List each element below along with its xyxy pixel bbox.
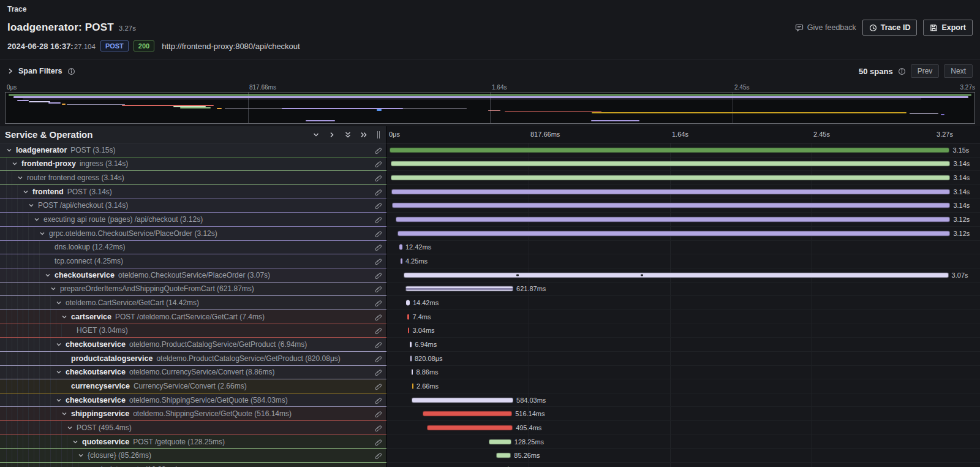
chevron-down-icon[interactable] xyxy=(56,369,62,375)
chevron-down-icon[interactable] xyxy=(23,189,29,195)
span-bar[interactable] xyxy=(423,411,512,417)
span-link-icon[interactable] xyxy=(374,341,382,349)
span-row[interactable]: grpc.oteldemo.CheckoutService/PlaceOrder… xyxy=(0,227,980,241)
span-link-icon[interactable] xyxy=(374,271,382,279)
span-row[interactable]: tcp.connect (4.25ms)4.25ms xyxy=(0,254,980,268)
span-bar[interactable] xyxy=(410,342,412,347)
collapse-one-icon[interactable] xyxy=(312,131,320,139)
column-resize-handle[interactable] xyxy=(376,131,381,139)
span-row[interactable]: calculate-quote (16.33ms)16.33ms xyxy=(0,463,980,467)
span-bar[interactable] xyxy=(392,203,950,208)
span-bar[interactable] xyxy=(496,453,511,458)
chevron-down-icon[interactable] xyxy=(61,314,67,320)
chevron-down-icon[interactable] xyxy=(12,161,18,167)
span-bar[interactable] xyxy=(412,383,413,389)
span-row[interactable]: POST /api/checkout (3.14s)3.14s xyxy=(0,199,980,213)
export-button[interactable]: Export xyxy=(923,20,973,36)
chevron-down-icon[interactable] xyxy=(78,452,84,458)
span-row[interactable]: shippingserviceoteldemo.ShippingService/… xyxy=(0,407,980,421)
span-bar[interactable] xyxy=(410,355,412,361)
span-link-icon[interactable] xyxy=(374,202,382,210)
span-row[interactable]: currencyserviceCurrencyService/Convert (… xyxy=(0,379,980,393)
span-bar[interactable] xyxy=(406,300,410,306)
next-button[interactable]: Next xyxy=(944,64,973,78)
span-bar[interactable] xyxy=(412,370,413,375)
span-link-icon[interactable] xyxy=(374,285,382,293)
span-link-icon[interactable] xyxy=(374,396,382,404)
span-link-icon[interactable] xyxy=(374,354,382,362)
span-link-icon[interactable] xyxy=(374,160,382,168)
chevron-down-icon[interactable] xyxy=(17,175,23,181)
span-row[interactable]: frontendPOST (3.14s)3.14s xyxy=(0,185,980,199)
span-link-icon[interactable] xyxy=(374,368,382,376)
span-bar[interactable] xyxy=(401,259,402,264)
span-link-icon[interactable] xyxy=(374,243,382,251)
span-link-icon[interactable] xyxy=(374,188,382,196)
span-bar[interactable] xyxy=(399,245,402,250)
span-row[interactable]: cartservicePOST /oteldemo.CartService/Ge… xyxy=(0,310,980,324)
span-bar[interactable] xyxy=(398,230,951,236)
span-bar[interactable] xyxy=(391,161,950,167)
span-row[interactable]: HGET (3.04ms)3.04ms xyxy=(0,324,980,338)
span-bar[interactable] xyxy=(396,217,951,222)
span-row[interactable]: checkoutserviceoteldemo.CurrencyService/… xyxy=(0,366,980,380)
span-row[interactable]: prepareOrderItemsAndShippingQuoteFromCar… xyxy=(0,283,980,297)
span-link-icon[interactable] xyxy=(374,438,382,446)
span-row[interactable]: quoteservicePOST /getquote (128.25ms)128… xyxy=(0,435,980,449)
span-bar[interactable] xyxy=(391,175,950,181)
chevron-down-icon[interactable] xyxy=(6,147,12,153)
span-link-icon[interactable] xyxy=(374,452,382,460)
span-bar[interactable] xyxy=(408,328,409,333)
chevron-down-icon[interactable] xyxy=(56,341,62,347)
prev-button[interactable]: Prev xyxy=(911,64,940,78)
span-row[interactable]: checkoutserviceoteldemo.CheckoutService/… xyxy=(0,268,980,283)
span-bar[interactable] xyxy=(391,189,950,194)
span-link-icon[interactable] xyxy=(374,146,382,154)
span-link-icon[interactable] xyxy=(374,174,382,182)
span-row[interactable]: frontend-proxyingress (3.14s)3.14s xyxy=(0,158,980,172)
chevron-down-icon[interactable] xyxy=(45,272,51,278)
chevron-down-icon[interactable] xyxy=(72,439,78,445)
span-bar[interactable] xyxy=(407,314,409,319)
span-row[interactable]: checkoutserviceoteldemo.ShippingService/… xyxy=(0,393,980,408)
span-link-icon[interactable] xyxy=(374,382,382,390)
info-icon[interactable] xyxy=(67,67,75,75)
chevron-down-icon[interactable] xyxy=(28,202,34,208)
span-filters-toggle[interactable]: Span Filters xyxy=(7,67,75,75)
chevron-down-icon[interactable] xyxy=(61,411,67,417)
expand-all-icon[interactable] xyxy=(360,131,368,139)
minimap-canvas[interactable] xyxy=(5,92,975,124)
span-bar[interactable] xyxy=(404,272,949,278)
span-row[interactable]: dns.lookup (12.42ms)12.42ms xyxy=(0,241,980,255)
span-link-icon[interactable] xyxy=(374,257,382,265)
span-link-icon[interactable] xyxy=(374,216,382,224)
chevron-down-icon[interactable] xyxy=(34,216,40,222)
chevron-down-icon[interactable] xyxy=(67,425,73,431)
span-bar[interactable] xyxy=(405,286,513,292)
chevron-down-icon[interactable] xyxy=(50,286,56,292)
chevron-down-icon[interactable] xyxy=(56,300,62,306)
info-icon[interactable] xyxy=(898,67,906,75)
span-row[interactable]: executing api route (pages) /api/checkou… xyxy=(0,213,980,227)
span-link-icon[interactable] xyxy=(374,423,382,431)
trace-minimap[interactable]: 0μs817.66ms1.64s2.45s3.27s xyxy=(0,83,980,124)
chevron-down-icon[interactable] xyxy=(56,397,62,403)
span-row[interactable]: POST (495.4ms)495.4ms xyxy=(0,421,980,435)
span-row[interactable]: router frontend egress (3.14s)3.14s xyxy=(0,171,980,185)
expand-one-icon[interactable] xyxy=(328,131,336,139)
span-bar[interactable] xyxy=(412,397,513,403)
span-link-icon[interactable] xyxy=(374,410,382,418)
chevron-down-icon[interactable] xyxy=(39,230,45,237)
span-bar[interactable] xyxy=(489,439,511,444)
span-row[interactable]: {closure} (85.26ms)85.26ms xyxy=(0,449,980,463)
span-row[interactable]: checkoutserviceoteldemo.ProductCatalogSe… xyxy=(0,338,980,352)
span-link-icon[interactable] xyxy=(374,229,382,237)
span-link-icon[interactable] xyxy=(374,313,382,321)
span-bar[interactable] xyxy=(427,425,513,430)
span-link-icon[interactable] xyxy=(374,327,382,335)
span-row[interactable]: productcatalogserviceoteldemo.ProductCat… xyxy=(0,352,980,366)
collapse-all-icon[interactable] xyxy=(344,131,352,139)
span-row[interactable]: loadgeneratorPOST (3.15s)3.15s xyxy=(0,143,980,158)
span-bar[interactable] xyxy=(390,147,950,153)
span-row[interactable]: oteldemo.CartService/GetCart (14.42ms)14… xyxy=(0,296,980,310)
